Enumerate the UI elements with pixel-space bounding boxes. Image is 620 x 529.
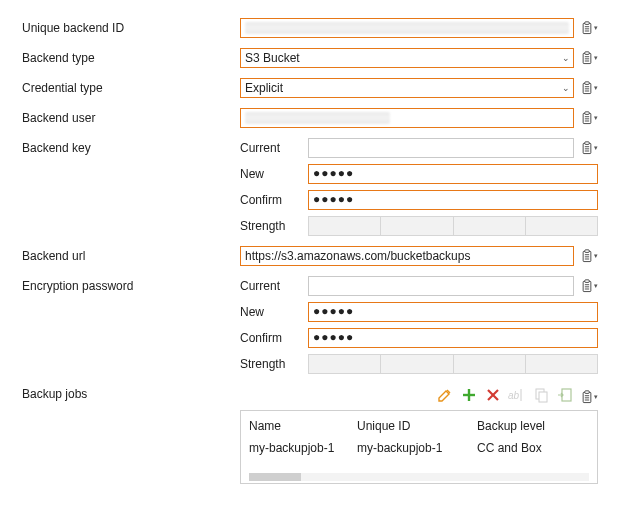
sublabel-current: Current bbox=[240, 279, 302, 293]
backend-user-input[interactable] bbox=[240, 108, 574, 128]
svg-rect-12 bbox=[539, 392, 547, 402]
horizontal-scrollbar[interactable] bbox=[249, 471, 589, 481]
label-backup-jobs: Backup jobs bbox=[22, 384, 240, 401]
jobs-toolbar: ab bbox=[436, 384, 574, 406]
clipboard-icon[interactable]: ▾ bbox=[580, 388, 598, 406]
cell-name: my-backupjob-1 bbox=[249, 439, 357, 461]
sublabel-new: New bbox=[240, 167, 302, 181]
backend-key-current-input[interactable] bbox=[308, 138, 574, 158]
backend-key-new-input[interactable]: ●●●●● bbox=[308, 164, 598, 184]
cell-unique-id: my-backupjob-1 bbox=[357, 439, 477, 461]
label-encryption-password: Encryption password bbox=[22, 276, 240, 293]
clipboard-icon[interactable]: ▾ bbox=[580, 49, 598, 67]
label-backend-url: Backend url bbox=[22, 246, 240, 263]
sublabel-strength: Strength bbox=[240, 219, 302, 233]
clipboard-icon[interactable]: ▾ bbox=[580, 277, 598, 295]
clipboard-icon[interactable]: ▾ bbox=[580, 19, 598, 37]
encryption-new-input[interactable]: ●●●●● bbox=[308, 302, 598, 322]
clipboard-icon[interactable]: ▾ bbox=[580, 109, 598, 127]
col-header-unique-id[interactable]: Unique ID bbox=[357, 417, 477, 439]
edit-icon[interactable] bbox=[436, 386, 454, 404]
sublabel-confirm: Confirm bbox=[240, 331, 302, 345]
strength-meter bbox=[308, 354, 598, 374]
chevron-down-icon: ▾ bbox=[594, 84, 598, 92]
chevron-down-icon: ▾ bbox=[594, 114, 598, 122]
chevron-down-icon: ▾ bbox=[594, 24, 598, 32]
cell-backup-level: CC and Box bbox=[477, 439, 589, 461]
chevron-down-icon: ▾ bbox=[594, 54, 598, 62]
sublabel-strength: Strength bbox=[240, 357, 302, 371]
strength-meter bbox=[308, 216, 598, 236]
encryption-current-input[interactable] bbox=[308, 276, 574, 296]
jobs-table[interactable]: Name Unique ID Backup level my-backupjob… bbox=[240, 410, 598, 484]
backend-type-select[interactable] bbox=[240, 48, 574, 68]
add-icon[interactable] bbox=[460, 386, 478, 404]
svg-text:ab: ab bbox=[508, 390, 520, 401]
clipboard-icon[interactable]: ▾ bbox=[580, 79, 598, 97]
chevron-down-icon: ▾ bbox=[594, 393, 598, 401]
sublabel-confirm: Confirm bbox=[240, 193, 302, 207]
label-unique-backend-id: Unique backend ID bbox=[22, 18, 240, 35]
table-row[interactable]: my-backupjob-1 my-backupjob-1 CC and Box bbox=[249, 439, 589, 461]
backend-url-input[interactable] bbox=[240, 246, 574, 266]
encryption-confirm-input[interactable]: ●●●●● bbox=[308, 328, 598, 348]
credential-type-select[interactable] bbox=[240, 78, 574, 98]
chevron-down-icon: ▾ bbox=[594, 144, 598, 152]
chevron-down-icon: ▾ bbox=[594, 282, 598, 290]
label-backend-user: Backend user bbox=[22, 108, 240, 125]
delete-icon[interactable] bbox=[484, 386, 502, 404]
copy-icon[interactable] bbox=[532, 386, 550, 404]
label-credential-type: Credential type bbox=[22, 78, 240, 95]
backend-key-confirm-input[interactable]: ●●●●● bbox=[308, 190, 598, 210]
label-backend-key: Backend key bbox=[22, 138, 240, 155]
import-icon[interactable] bbox=[556, 386, 574, 404]
clipboard-icon[interactable]: ▾ bbox=[580, 247, 598, 265]
col-header-name[interactable]: Name bbox=[249, 417, 357, 439]
unique-backend-id-input[interactable] bbox=[240, 18, 574, 38]
rename-icon[interactable]: ab bbox=[508, 386, 526, 404]
sublabel-current: Current bbox=[240, 141, 302, 155]
clipboard-icon[interactable]: ▾ bbox=[580, 139, 598, 157]
label-backend-type: Backend type bbox=[22, 48, 240, 65]
chevron-down-icon: ▾ bbox=[594, 252, 598, 260]
sublabel-new: New bbox=[240, 305, 302, 319]
col-header-backup-level[interactable]: Backup level bbox=[477, 417, 589, 439]
